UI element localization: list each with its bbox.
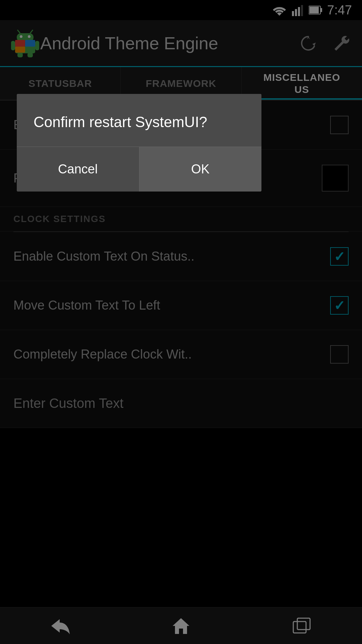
confirm-dialog: Confirm restart SystemUI? Cancel OK <box>17 94 261 192</box>
ok-button[interactable]: OK <box>139 147 262 192</box>
dialog-buttons: Cancel OK <box>17 147 261 192</box>
dialog-body: Confirm restart SystemUI? <box>17 94 261 147</box>
cancel-button[interactable]: Cancel <box>17 147 139 192</box>
dialog-overlay: Confirm restart SystemUI? Cancel OK <box>0 0 362 644</box>
dialog-title: Confirm restart SystemUI? <box>34 114 207 130</box>
